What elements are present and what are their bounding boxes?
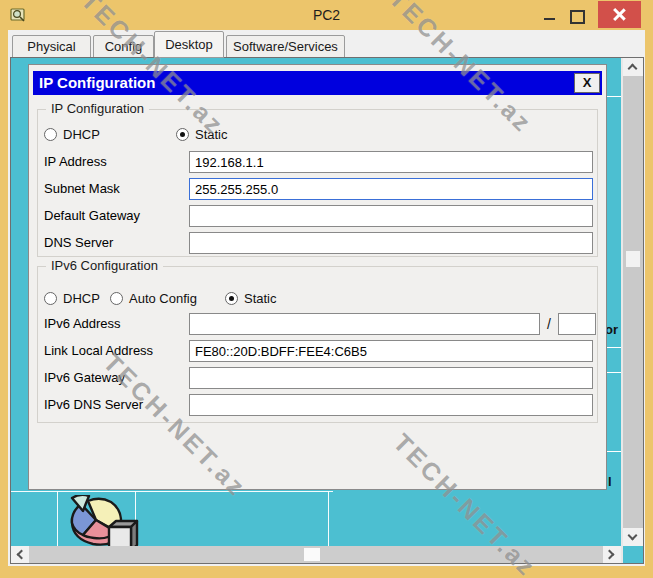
default-gateway-row: Default Gateway [44,205,593,227]
radio-icon [176,128,189,141]
radio-icon [44,292,57,305]
close-icon [613,8,626,21]
field-label: Default Gateway [44,205,140,227]
dialog-title: IP Configuration [39,74,155,91]
group-legend: IPv6 Configuration [46,258,163,273]
pie-chart-icon[interactable] [61,495,139,546]
scrollbar-corner [623,546,643,563]
ipv6-gateway-input[interactable] [189,367,593,389]
horizontal-scrollbar[interactable] [11,546,621,563]
chevron-right-icon [605,550,615,560]
scroll-up-button[interactable] [623,58,643,76]
field-label: IP Address [44,151,107,173]
desktop-grid-line [57,491,58,546]
dns-server-input[interactable] [189,232,593,254]
close-button[interactable] [598,1,641,28]
ipv6-prefix-input[interactable] [558,313,596,335]
tab-physical[interactable]: Physical [12,35,91,58]
field-label: IPv6 DNS Server [44,394,143,416]
desktop-grid-line [11,491,333,492]
radio-static[interactable]: Static [176,126,228,142]
field-label: Link Local Address [44,340,153,362]
vertical-scrollbar-thumb[interactable] [626,251,640,267]
tab-config[interactable]: Config [93,35,154,58]
window-titlebar[interactable]: PC2 [0,0,653,30]
radio-icon [110,292,123,305]
field-label: Subnet Mask [44,178,120,200]
subnet-mask-input[interactable] [189,178,593,200]
ipv6-dns-server-input[interactable] [189,394,593,416]
dialog-close-button[interactable]: X [574,73,600,93]
link-local-address-row: Link Local Address [44,340,593,362]
radio-icon [225,292,238,305]
link-local-address-input[interactable] [189,340,593,362]
default-gateway-input[interactable] [189,205,593,227]
ip-configuration-group: IP Configuration DHCP Static IP Address … [37,109,598,257]
ip-address-row: IP Address [44,151,593,173]
tab-bar: Physical Config Desktop Software/Service… [8,30,645,57]
field-label: DNS Server [44,232,113,254]
ipv6-configuration-group: IPv6 Configuration DHCP Auto Config Stat… [37,266,598,423]
field-label: IPv6 Address [44,313,121,335]
ipv6-dns-server-row: IPv6 DNS Server [44,394,593,416]
group-legend: IP Configuration [46,101,149,116]
radio-ipv6-static[interactable]: Static [225,290,277,306]
tab-desktop[interactable]: Desktop [154,31,224,58]
subnet-mask-row: Subnet Mask [44,178,593,200]
chevron-left-icon [17,550,27,560]
scroll-right-button[interactable] [603,546,621,563]
scroll-down-button[interactable] [623,528,643,546]
dns-server-row: DNS Server [44,232,593,254]
maximize-button[interactable] [567,6,585,24]
vertical-scrollbar[interactable] [623,58,643,546]
chevron-down-icon [628,531,638,541]
radio-ipv6-dhcp[interactable]: DHCP [44,290,100,306]
field-label: IPv6 Gateway [44,367,125,389]
ipv6-address-input[interactable] [189,313,540,335]
minimize-button[interactable] [541,6,559,24]
chevron-up-icon [628,64,638,74]
ipv6-gateway-row: IPv6 Gateway [44,367,593,389]
radio-ipv6-auto-config[interactable]: Auto Config [110,290,197,306]
tab-software-services[interactable]: Software/Services [226,35,345,58]
prefix-separator: / [547,313,551,335]
ip-configuration-dialog: IP Configuration X IP Configuration DHCP… [28,64,607,490]
radio-icon [44,128,57,141]
scroll-left-button[interactable] [11,546,29,563]
horizontal-scrollbar-thumb[interactable] [304,548,320,561]
radio-dhcp[interactable]: DHCP [44,126,100,142]
partial-icon-label: l [608,474,612,489]
desktop-grid-line [328,491,329,546]
pc-window: PC2 Physical Config Desktop Software/Ser… [0,0,653,578]
dialog-titlebar[interactable]: IP Configuration X [33,71,602,95]
ipv6-address-row: IPv6 Address / [44,313,593,335]
ip-address-input[interactable] [189,151,593,173]
